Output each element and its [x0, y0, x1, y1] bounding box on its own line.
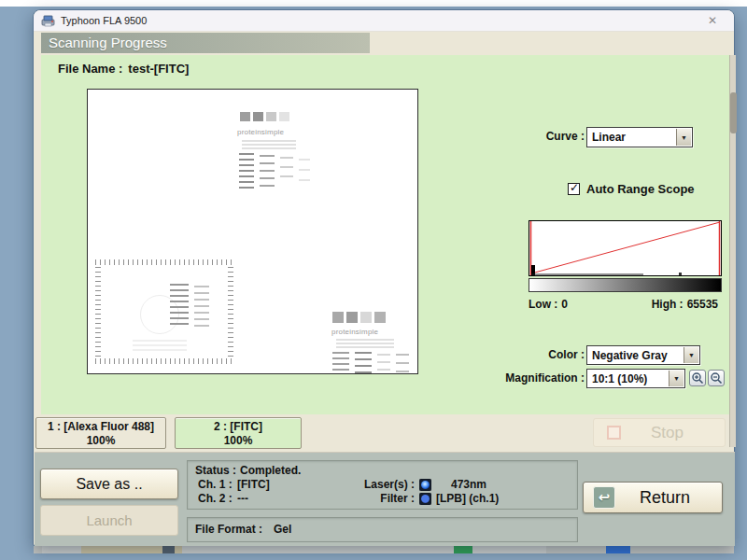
return-arrow-icon: ↩: [593, 486, 615, 509]
laser-label: Laser(s) :: [351, 478, 415, 491]
high-value: 65535: [687, 298, 718, 311]
titlebar[interactable]: Typhoon FLA 9500 ✕: [34, 10, 734, 32]
return-button[interactable]: ↩ Return: [583, 482, 723, 513]
grayscale-gradient-bar: [529, 278, 722, 292]
magnification-value: 10:1 (10%): [592, 372, 647, 385]
tick-ruler: [95, 358, 233, 364]
bottom-panel: Save as .. Launch Status : Completed. Ch…: [35, 452, 735, 546]
chevron-down-icon[interactable]: ▼: [684, 347, 698, 363]
desktop-background: [0, 0, 747, 7]
background-sliver-dark: [162, 546, 175, 553]
low-value: 0: [561, 298, 568, 311]
save-as-label: Save as ..: [76, 476, 142, 493]
auto-range-label: Auto Range Scope: [586, 182, 695, 196]
laser-icon: [419, 479, 431, 491]
status-box: Status : Completed. Ch. 1 : [FITC] Ch. 2…: [187, 460, 578, 510]
color-dropdown[interactable]: Negative Gray ▼: [586, 345, 700, 365]
window-title: Typhoon FLA 9500: [61, 15, 147, 26]
file-name-label: File Name :: [58, 62, 122, 76]
return-label: Return: [640, 488, 690, 508]
gel-bands: [396, 354, 409, 372]
chevron-down-icon[interactable]: ▼: [669, 371, 684, 386]
filter-icon: [419, 493, 431, 505]
marker-microtext: [242, 140, 296, 151]
tab-channel-2-percent: 100%: [176, 434, 301, 448]
tone-curve-histogram: [529, 220, 722, 276]
ch1-label: Ch. 1 :: [198, 478, 233, 491]
tick-ruler: [228, 267, 233, 357]
tab-channel-2[interactable]: 2 : [FITC] 100%: [175, 417, 302, 449]
ch1-value: [FITC]: [237, 478, 270, 491]
file-format-value: Gel: [274, 523, 291, 536]
stop-button[interactable]: Stop: [593, 418, 726, 447]
magnification-label: Magnification :: [452, 371, 585, 385]
curve-value: Linear: [592, 131, 626, 144]
faint-text: [133, 340, 187, 354]
calibration-target: [95, 259, 233, 364]
range-labels: Low :0 High :65535: [529, 298, 722, 311]
curve-dropdown[interactable]: Linear ▼: [586, 127, 693, 147]
file-format-box: File Format : Gel: [187, 517, 578, 542]
gel-bands: [377, 354, 390, 372]
color-value: Negative Gray: [592, 349, 668, 362]
status-label: Status :: [195, 464, 236, 477]
zoom-in-icon: [691, 371, 704, 385]
auto-range-checkbox[interactable]: ✓: [568, 183, 580, 195]
stop-icon: [607, 426, 621, 440]
ch2-value: ---: [237, 492, 248, 505]
laser-value: 473nm: [451, 478, 486, 491]
file-format-label: File Format :: [195, 523, 262, 536]
zoom-out-button[interactable]: [708, 370, 725, 386]
gel-bands: [280, 157, 293, 185]
close-icon[interactable]: ✕: [704, 13, 721, 28]
magnification-dropdown[interactable]: 10:1 (10%) ▼: [586, 369, 685, 388]
tab-channel-1-label: 1 : [Alexa Fluor 488]: [36, 420, 165, 434]
gel-bands: [194, 286, 209, 327]
tick-ruler: [95, 259, 233, 265]
save-as-button[interactable]: Save as ..: [40, 469, 178, 499]
filter-value: [LPB] (ch.1): [436, 492, 499, 505]
launch-button[interactable]: Launch: [40, 505, 178, 536]
ch2-label: Ch. 2 :: [198, 492, 233, 505]
launch-label: Launch: [86, 512, 132, 528]
low-label: Low :: [529, 298, 557, 311]
stop-button-label: Stop: [651, 424, 684, 442]
chevron-down-icon[interactable]: ▼: [676, 129, 691, 146]
marker-microtext: [336, 339, 394, 350]
marker-squares: [332, 312, 386, 323]
high-label: High :: [652, 298, 684, 311]
background-sliver-green: [454, 546, 472, 553]
gel-bands: [299, 159, 310, 183]
tab-channel-2-label: 2 : [FITC]: [176, 420, 301, 434]
scrollbar-thumb[interactable]: [730, 92, 737, 133]
gel-bands: [332, 352, 349, 374]
gel-bands: [239, 153, 254, 189]
tab-channel-1[interactable]: 1 : [Alexa Fluor 488] 100%: [35, 417, 166, 449]
gel-bands: [355, 352, 372, 374]
status-value: Completed.: [240, 464, 301, 477]
gel-bands: [170, 284, 189, 329]
background-window-sliver: [34, 546, 734, 553]
scanning-progress-header: Scanning Progress: [41, 33, 370, 53]
brand-text: proteinsimple: [237, 128, 284, 136]
app-window: Typhoon FLA 9500 ✕ Scanning Progress Fil…: [33, 9, 735, 546]
tick-ruler: [95, 267, 101, 357]
marker-squares: [240, 112, 289, 121]
background-sliver-blue: [606, 546, 630, 553]
scan-preview-image: proteinsimple: [87, 89, 418, 374]
main-panel: File Name :test-[FITC] proteinsimple: [41, 55, 730, 414]
curve-label: Curve :: [489, 130, 585, 143]
gel-bands: [260, 155, 275, 187]
zoom-out-icon: [710, 371, 723, 385]
file-name: File Name :test-[FITC]: [58, 62, 189, 76]
zoom-in-button[interactable]: [689, 370, 706, 386]
tab-channel-1-percent: 100%: [36, 434, 165, 448]
vertical-scrollbar[interactable]: [729, 55, 736, 447]
color-label: Color :: [452, 348, 585, 361]
app-icon: [41, 15, 55, 27]
brand-text: proteinsimple: [331, 328, 378, 336]
tone-curve-graph: [529, 221, 721, 275]
check-icon: ✓: [570, 181, 579, 194]
file-name-value: test-[FITC]: [128, 62, 189, 76]
filter-label: Filter :: [351, 492, 415, 505]
